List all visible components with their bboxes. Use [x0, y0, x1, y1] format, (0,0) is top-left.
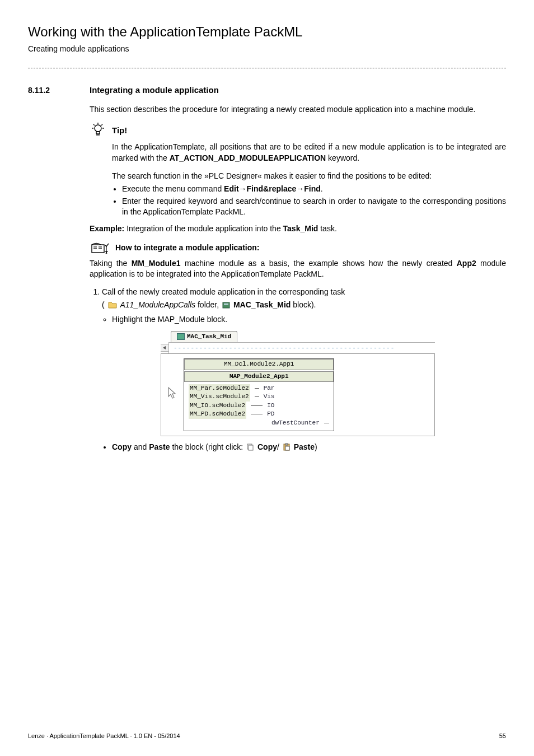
footer-right: 55 [499, 732, 506, 740]
howto-pc: machine module as a basis, the example s… [181, 259, 457, 268]
tip-header: Tip! [90, 122, 506, 138]
step1-sub: ( A11_ModuleAppCalls folder, MAC_Task_Mi… [102, 300, 506, 312]
after-shot-bullets: Copy and Paste the block (right click: C… [102, 442, 506, 454]
footer-left: Lenze · ApplicationTemplate PackML · 1.0… [28, 732, 180, 740]
howto-pd: App2 [457, 259, 476, 268]
s1d: MAC_Task_Mid [233, 300, 291, 309]
code-screenshot: MAC_Task_Mid ---------------------------… [161, 331, 435, 437]
copy-icon [246, 443, 254, 454]
function-block[interactable]: MM_Dcl.Module2.App1 MAP_Module2_App1 MM_… [184, 358, 334, 431]
svg-rect-18 [285, 444, 288, 445]
scroll-left-icon[interactable] [161, 344, 168, 352]
howto-header: How to integrate a module application: [90, 241, 506, 255]
editor-tab[interactable]: MAC_Task_Mid [171, 331, 237, 342]
howto-p: Taking the MM_Module1 machine module as … [90, 258, 506, 280]
pin-l1-src: MM_Par.scModule2 [189, 384, 250, 393]
program-block-icon [177, 333, 185, 340]
pin-l4: PD [267, 410, 274, 418]
example-a: Integration of the module application in… [124, 224, 283, 233]
example-label: Example: [90, 224, 124, 233]
svg-line-6 [93, 124, 95, 125]
pin-l1: Par [264, 384, 275, 393]
tip-li1: Execute the menu command Edit→Find&repla… [122, 184, 506, 195]
tab-bar: MAC_Task_Mid [161, 331, 435, 342]
folder-icon [108, 301, 117, 312]
pin-out: dwTestCounter [271, 419, 320, 427]
step1: Call of the newly created module applica… [102, 287, 506, 325]
svg-rect-16 [249, 445, 253, 450]
pin-l3: IO [267, 402, 274, 410]
tip-li1-c: . [321, 184, 323, 193]
svg-line-7 [101, 124, 102, 125]
divider [28, 68, 506, 68]
howto-pa: Taking the [90, 259, 132, 268]
section-heading-row: 8.11.2 Integrating a module application [28, 84, 506, 96]
howto-steps: Call of the newly created module applica… [90, 287, 506, 325]
intro-paragraph: This section describes the procedure for… [90, 104, 506, 115]
svg-rect-1 [96, 132, 100, 134]
howto-pb: MM_Module1 [132, 259, 181, 268]
pin-l2-src: MM_Vis.scModule2 [189, 393, 250, 401]
s1e: block). [291, 300, 316, 309]
s1b: A11_ModuleAppCalls [120, 300, 195, 309]
cp-f: / [277, 442, 279, 451]
pin-l2: Vis [264, 393, 275, 401]
svg-rect-14 [224, 304, 228, 305]
cursor-icon [167, 386, 177, 403]
svg-rect-13 [223, 302, 229, 308]
cp-g: Paste [294, 442, 315, 451]
page-footer: Lenze · ApplicationTemplate PackML · 1.0… [28, 732, 506, 740]
s1c: folder, [195, 300, 221, 309]
howto-label: How to integrate a module application: [115, 242, 259, 254]
tip-li2: Enter the required keyword and search/co… [122, 196, 506, 218]
page-title: Working with the ApplicationTemplate Pac… [28, 22, 506, 41]
tip-li1-b: Edit→Find&replace→Find [224, 184, 321, 193]
pin-l4-src: MM_PD.scModule2 [189, 410, 246, 418]
tip-p1-b: AT_ACTION_ADD_MODULEAPPLICATION [170, 153, 326, 162]
procedure-icon [90, 241, 115, 255]
tip-p2: The search function in the »PLC Designer… [112, 171, 506, 182]
pin-l3-src: MM_IO.scModule2 [189, 402, 246, 410]
fbd-block: MM_Dcl.Module2.App1 MAP_Module2_App1 MM_… [161, 353, 435, 436]
tip-label: Tip! [112, 124, 127, 136]
section-number: 8.11.2 [28, 85, 90, 96]
tip-li1-a: Execute the menu command [122, 184, 224, 193]
fb-type: MAP_Module2_App1 [184, 371, 334, 382]
section-heading: Integrating a module application [90, 84, 219, 96]
cp-a: Copy [112, 442, 132, 451]
example-b: Task_Mid [283, 224, 318, 233]
tab-label: MAC_Task_Mid [187, 333, 231, 341]
upper-sep: ----------------------------------------… [161, 342, 435, 353]
svg-point-0 [95, 125, 101, 132]
dash-line: ----------------------------------------… [168, 342, 435, 353]
cp-d: the block (right click: [170, 442, 246, 451]
tip-list: Execute the menu command Edit→Find&repla… [112, 184, 506, 218]
svg-rect-19 [285, 446, 289, 450]
paste-icon [283, 443, 291, 454]
example-c: task. [318, 224, 336, 233]
page-subtitle: Creating module applications [28, 44, 506, 55]
program-block-icon [222, 301, 230, 312]
tip-body: In the ApplicationTemplate, all position… [112, 142, 506, 218]
cp-c: Paste [149, 442, 170, 451]
lightbulb-icon [90, 122, 112, 138]
tip-p1: In the ApplicationTemplate, all position… [112, 142, 506, 164]
s1a: ( [102, 300, 105, 309]
cp-h: ) [315, 442, 317, 451]
cp-e: Copy [257, 442, 277, 451]
step1-bullets: Highlight the MAP_Module block. [102, 314, 506, 325]
fb-instance: MM_Dcl.Module2.App1 [184, 359, 334, 370]
tip-p1-c: keyword. [326, 153, 359, 162]
bullet-copy-paste: Copy and Paste the block (right click: C… [112, 442, 506, 454]
step1-text: Call of the newly created module applica… [102, 287, 345, 296]
cp-b: and [132, 442, 149, 451]
bullet-highlight: Highlight the MAP_Module block. [112, 314, 506, 325]
example-line: Example: Integration of the module appli… [90, 223, 506, 235]
